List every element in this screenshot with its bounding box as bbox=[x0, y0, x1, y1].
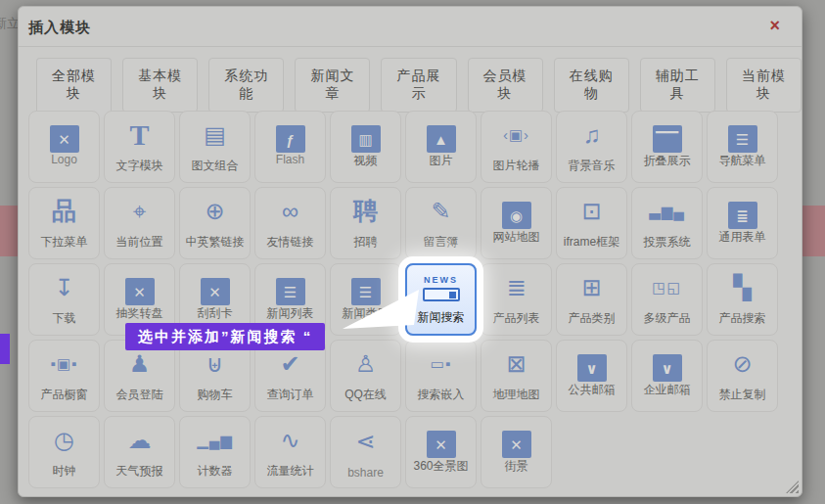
streetview-icon: ✕ bbox=[502, 431, 531, 458]
tab-基本模块[interactable]: 基本模块 bbox=[122, 58, 198, 113]
module-tile-网站地图[interactable]: ◉网站地图 bbox=[481, 187, 552, 259]
module-label: 文字模块 bbox=[116, 158, 163, 174]
module-tile-企业邮箱[interactable]: ∨企业邮箱 bbox=[631, 340, 703, 412]
module-tile-禁止复制[interactable]: ⊘禁止复制 bbox=[707, 340, 778, 412]
module-label: QQ在线 bbox=[344, 387, 387, 403]
module-label: 抽奖转盘 bbox=[116, 305, 163, 322]
module-label: Flash bbox=[276, 153, 304, 166]
module-tile-多级产品[interactable]: ◳◱多级产品 bbox=[631, 263, 703, 336]
multilevel-product-icon: ◳◱ bbox=[652, 264, 681, 310]
module-tile-导航菜单[interactable]: ☰导航菜单 bbox=[707, 111, 778, 183]
module-tile-会员登陆[interactable]: ♟会员登陆 bbox=[104, 340, 175, 412]
picture-icon: ▲ bbox=[427, 125, 456, 153]
background-clipped-text: 新立 bbox=[0, 15, 20, 32]
module-tile-街景[interactable]: ✕街景 bbox=[481, 416, 552, 488]
module-label: 搜索嵌入 bbox=[418, 387, 465, 403]
module-tile-产品橱窗[interactable]: ▪▣▪产品橱窗 bbox=[28, 340, 100, 412]
tooltip-callout-arrow bbox=[338, 284, 426, 338]
dialog-header: 插入模块 × bbox=[19, 7, 802, 47]
module-label: 计数器 bbox=[198, 463, 233, 480]
tab-系统功能[interactable]: 系统功能 bbox=[208, 58, 284, 113]
module-tile-流量统计[interactable]: ∿流量统计 bbox=[254, 416, 326, 488]
module-label: 网站地图 bbox=[493, 229, 540, 246]
module-tile-Flash[interactable]: ƒFlash bbox=[254, 111, 326, 183]
module-tile-天气预报[interactable]: ☁天气预报 bbox=[104, 416, 175, 488]
counter-icon: ▁▄▆ bbox=[197, 417, 233, 463]
panorama-icon: ✕ bbox=[427, 431, 456, 458]
tab-当前模块[interactable]: 当前模块 bbox=[726, 58, 802, 113]
search-embed-icon: ▭▪ bbox=[431, 341, 452, 387]
module-tile-文字模块[interactable]: T文字模块 bbox=[104, 111, 175, 183]
nav-menu-icon: ☰ bbox=[728, 125, 757, 153]
module-label: 360全景图 bbox=[413, 458, 468, 475]
guide-tooltip-fragment bbox=[0, 334, 10, 364]
module-label: 图片 bbox=[430, 153, 453, 169]
guide-tooltip: 选中并添加”新闻搜索 “ bbox=[125, 323, 325, 350]
module-label: 新闻列表 bbox=[267, 305, 314, 322]
module-tile-计数器[interactable]: ▁▄▆计数器 bbox=[179, 416, 251, 488]
module-tile-查询订单[interactable]: ✔查询订单 bbox=[254, 340, 326, 412]
module-tile-图片[interactable]: ▲图片 bbox=[405, 111, 477, 183]
tab-全部模块[interactable]: 全部模块 bbox=[36, 58, 112, 117]
module-tile-背景音乐[interactable]: ♫背景音乐 bbox=[556, 111, 627, 183]
close-icon[interactable]: × bbox=[769, 16, 780, 35]
iframe-icon: ⊡ bbox=[581, 188, 601, 234]
tab-辅助工具[interactable]: 辅助工具 bbox=[640, 58, 715, 113]
resize-grip-icon[interactable] bbox=[786, 481, 799, 493]
module-tile-当前位置[interactable]: ⌖当前位置 bbox=[104, 187, 175, 259]
module-label: 产品列表 bbox=[493, 310, 540, 327]
module-tile-bshare[interactable]: ⋖bshare bbox=[330, 416, 401, 488]
module-label: 产品橱窗 bbox=[41, 387, 88, 403]
module-label: 企业邮箱 bbox=[644, 382, 691, 398]
module-tile-图片轮播[interactable]: ‹▣›图片轮播 bbox=[481, 111, 552, 183]
module-tile-Logo[interactable]: ✕Logo bbox=[28, 111, 100, 183]
module-tile-下拉菜单[interactable]: 品下拉菜单 bbox=[28, 187, 100, 259]
module-label: 友情链接 bbox=[267, 234, 314, 251]
module-label: 购物车 bbox=[198, 387, 233, 403]
carousel-icon: ‹▣› bbox=[503, 112, 529, 158]
module-tile-公共邮箱[interactable]: ∨公共邮箱 bbox=[556, 340, 627, 412]
module-tile-下载[interactable]: ↧下载 bbox=[28, 263, 100, 336]
collapse-panel-icon: ▔▔ bbox=[653, 125, 682, 153]
module-label: 折叠展示 bbox=[644, 153, 691, 169]
module-tile-搜索嵌入[interactable]: ▭▪搜索嵌入 bbox=[405, 340, 477, 412]
insert-module-dialog: 插入模块 × 全部模块基本模块系统功能新闻文章产品展示会员模块在线购物辅助工具当… bbox=[18, 6, 802, 497]
news-search-icon: NEWS bbox=[423, 267, 460, 309]
recruit-icon: 聘 bbox=[353, 188, 378, 234]
module-tile-折叠展示[interactable]: ▔▔折叠展示 bbox=[631, 111, 703, 183]
module-label: 街景 bbox=[505, 458, 528, 475]
module-tile-时钟[interactable]: ◷时钟 bbox=[28, 416, 100, 488]
tab-产品展示[interactable]: 产品展示 bbox=[381, 58, 456, 113]
module-tile-视频[interactable]: ▥视频 bbox=[330, 111, 401, 183]
module-label: 会员登陆 bbox=[116, 387, 163, 403]
dialog-title: 插入模块 bbox=[28, 19, 91, 37]
tab-在线购物[interactable]: 在线购物 bbox=[554, 58, 629, 113]
module-label: 留言簿 bbox=[424, 234, 459, 251]
tab-会员模块[interactable]: 会员模块 bbox=[468, 58, 543, 113]
module-label: 中英繁链接 bbox=[186, 234, 245, 251]
product-category-icon: ⊞ bbox=[581, 264, 601, 310]
module-tile-投票系统[interactable]: ▃▆▄投票系统 bbox=[631, 187, 703, 259]
module-tile-通用表单[interactable]: ≣通用表单 bbox=[707, 187, 778, 259]
module-tile-地理地图[interactable]: ⊠地理地图 bbox=[481, 340, 552, 412]
module-tile-QQ在线[interactable]: ♙QQ在线 bbox=[330, 340, 401, 412]
module-label: 通用表单 bbox=[719, 229, 766, 246]
image-text-icon: ▤ bbox=[204, 112, 226, 158]
module-tile-图文组合[interactable]: ▤图文组合 bbox=[179, 111, 251, 183]
module-tile-产品列表[interactable]: ≣产品列表 bbox=[481, 263, 552, 336]
module-tile-中英繁链接[interactable]: ⊕中英繁链接 bbox=[179, 187, 251, 259]
module-tile-iframe框架[interactable]: ⊡iframe框架 bbox=[556, 187, 627, 259]
module-label: 禁止复制 bbox=[719, 387, 766, 403]
module-tile-招聘[interactable]: 聘招聘 bbox=[330, 187, 401, 259]
module-label: 刮刮卡 bbox=[198, 305, 233, 322]
module-label: bshare bbox=[347, 466, 384, 480]
module-tile-友情链接[interactable]: ∞友情链接 bbox=[254, 187, 326, 259]
public-mailbox-icon: ∨ bbox=[577, 354, 607, 382]
module-tile-留言簿[interactable]: ✎留言簿 bbox=[405, 187, 477, 259]
tab-新闻文章[interactable]: 新闻文章 bbox=[295, 58, 370, 113]
module-tile-购物车[interactable]: ⊎购物车 bbox=[179, 340, 251, 412]
weather-icon: ☁ bbox=[128, 417, 152, 463]
module-tile-360全景图[interactable]: ✕360全景图 bbox=[405, 416, 477, 488]
module-tile-产品搜索[interactable]: ▚产品搜索 bbox=[707, 263, 778, 336]
module-tile-产品类别[interactable]: ⊞产品类别 bbox=[556, 263, 627, 336]
